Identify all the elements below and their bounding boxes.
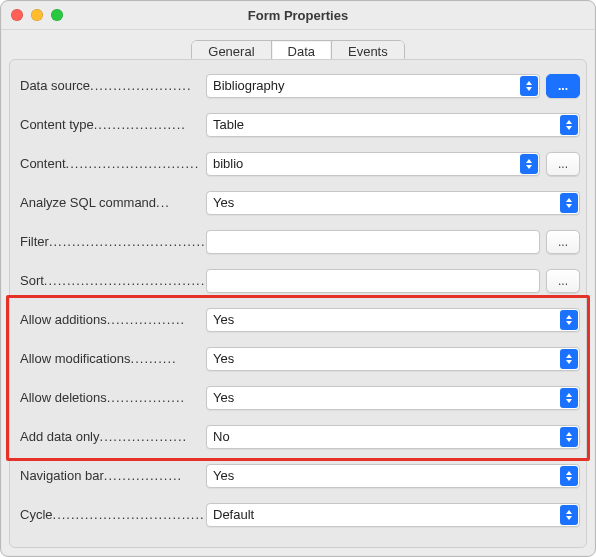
field-content[interactable]: biblio bbox=[206, 152, 540, 176]
label-data-source: Data source...................... bbox=[16, 78, 206, 93]
chevron-updown-icon bbox=[560, 193, 578, 213]
chevron-updown-icon bbox=[560, 466, 578, 486]
label-sort: Sort.................................... bbox=[16, 273, 206, 288]
field-analyze-sql[interactable]: Yes bbox=[206, 191, 580, 215]
field-filter[interactable] bbox=[206, 230, 540, 254]
edit-filter-button[interactable]: ... bbox=[546, 230, 580, 254]
browse-data-source-button[interactable]: ... bbox=[546, 74, 580, 98]
field-content-type[interactable]: Table bbox=[206, 113, 580, 137]
row-filter: Filter..................................… bbox=[16, 222, 580, 261]
row-allow-modifications: Allow modifications.......... Yes bbox=[16, 339, 580, 378]
label-content-type: Content type.................... bbox=[16, 117, 206, 132]
label-add-data-only: Add data only................... bbox=[16, 429, 206, 444]
field-navigation-bar[interactable]: Yes bbox=[206, 464, 580, 488]
label-content: Content............................. bbox=[16, 156, 206, 171]
label-analyze-sql: Analyze SQL command... bbox=[16, 195, 206, 210]
label-allow-additions: Allow additions................. bbox=[16, 312, 206, 327]
zoom-icon[interactable] bbox=[51, 9, 63, 21]
row-data-source: Data source...................... Biblio… bbox=[16, 66, 580, 105]
properties-panel: Data source...................... Biblio… bbox=[9, 59, 587, 548]
chevron-updown-icon bbox=[560, 505, 578, 525]
label-navigation-bar: Navigation bar................. bbox=[16, 468, 206, 483]
row-content: Content............................. bib… bbox=[16, 144, 580, 183]
label-filter: Filter.................................. bbox=[16, 234, 206, 249]
chevron-updown-icon bbox=[560, 349, 578, 369]
row-content-type: Content type.................... Table bbox=[16, 105, 580, 144]
browse-content-button[interactable]: ... bbox=[546, 152, 580, 176]
label-allow-modifications: Allow modifications.......... bbox=[16, 351, 206, 366]
row-cycle: Cycle................................. D… bbox=[16, 495, 580, 534]
field-allow-deletions[interactable]: Yes bbox=[206, 386, 580, 410]
window-form-properties: Form Properties General Data Events Data… bbox=[0, 0, 596, 557]
titlebar: Form Properties bbox=[1, 1, 595, 30]
row-add-data-only: Add data only................... No bbox=[16, 417, 580, 456]
chevron-updown-icon bbox=[560, 427, 578, 447]
field-sort[interactable] bbox=[206, 269, 540, 293]
window-title: Form Properties bbox=[248, 8, 348, 23]
chevron-updown-icon bbox=[560, 115, 578, 135]
minimize-icon[interactable] bbox=[31, 9, 43, 21]
chevron-updown-icon bbox=[560, 388, 578, 408]
field-data-source[interactable]: Bibliography bbox=[206, 74, 540, 98]
chevron-updown-icon bbox=[520, 154, 538, 174]
row-sort: Sort....................................… bbox=[16, 261, 580, 300]
row-allow-additions: Allow additions................. Yes bbox=[16, 300, 580, 339]
label-allow-deletions: Allow deletions................. bbox=[16, 390, 206, 405]
row-allow-deletions: Allow deletions................. Yes bbox=[16, 378, 580, 417]
close-icon[interactable] bbox=[11, 9, 23, 21]
field-cycle[interactable]: Default bbox=[206, 503, 580, 527]
window-controls bbox=[11, 9, 63, 21]
field-add-data-only[interactable]: No bbox=[206, 425, 580, 449]
field-allow-additions[interactable]: Yes bbox=[206, 308, 580, 332]
row-analyze-sql: Analyze SQL command... Yes bbox=[16, 183, 580, 222]
edit-sort-button[interactable]: ... bbox=[546, 269, 580, 293]
chevron-updown-icon bbox=[520, 76, 538, 96]
row-navigation-bar: Navigation bar................. Yes bbox=[16, 456, 580, 495]
chevron-updown-icon bbox=[560, 310, 578, 330]
label-cycle: Cycle................................. bbox=[16, 507, 206, 522]
field-allow-modifications[interactable]: Yes bbox=[206, 347, 580, 371]
